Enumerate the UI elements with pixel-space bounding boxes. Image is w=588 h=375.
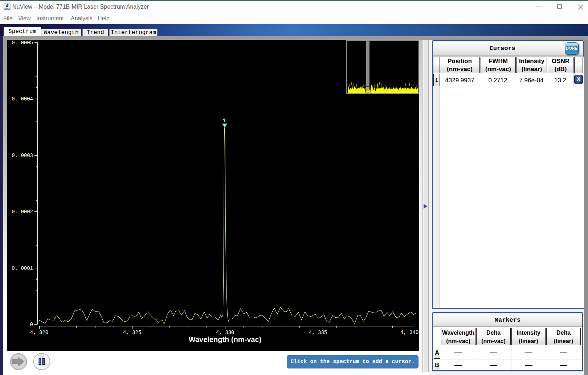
svg-text:4, 320: 4, 320 — [30, 330, 48, 335]
svg-text:Wavelength (nm-vac): Wavelength (nm-vac) — [189, 335, 261, 343]
svg-text:1: 1 — [223, 118, 226, 124]
svg-text:4, 325: 4, 325 — [123, 330, 141, 335]
svg-text:0: 0 — [30, 322, 33, 327]
svg-text:0. 0004: 0. 0004 — [12, 96, 33, 102]
svg-text:0. 0003: 0. 0003 — [12, 153, 33, 158]
svg-text:0. 0001: 0. 0001 — [12, 265, 33, 271]
svg-text:4, 335: 4, 335 — [309, 330, 327, 335]
svg-text:4, 340: 4, 340 — [400, 330, 418, 335]
svg-text:4, 330: 4, 330 — [216, 330, 234, 335]
svg-text:0. 0005: 0. 0005 — [12, 40, 33, 46]
svg-text:0. 0002: 0. 0002 — [12, 209, 33, 215]
svg-text:NuView: NuView — [4, 8, 11, 10]
